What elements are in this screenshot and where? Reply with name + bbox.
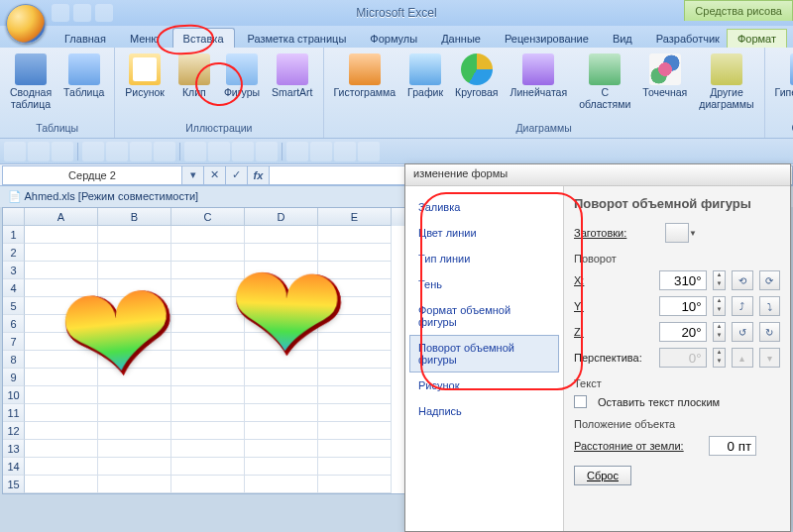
cell[interactable] xyxy=(245,297,318,315)
cell[interactable] xyxy=(98,226,171,244)
cell[interactable] xyxy=(318,333,392,351)
nav-shadow[interactable]: Тень xyxy=(409,271,559,297)
presets-dropdown[interactable] xyxy=(665,223,689,243)
table-button[interactable]: Таблица xyxy=(59,52,108,101)
cell[interactable] xyxy=(171,226,245,244)
y-spinner[interactable]: ▲▼ xyxy=(713,296,727,316)
cell[interactable] xyxy=(245,422,318,440)
col-header[interactable]: D xyxy=(245,208,318,226)
chart-line-button[interactable]: График xyxy=(403,52,447,101)
cell[interactable] xyxy=(318,262,392,279)
cell[interactable] xyxy=(98,351,171,369)
qat2-btn[interactable] xyxy=(334,142,356,161)
row-header[interactable]: 10 xyxy=(3,386,25,404)
cell[interactable] xyxy=(98,333,171,351)
cell[interactable] xyxy=(318,351,392,369)
qat2-btn[interactable] xyxy=(208,142,230,161)
tab-home[interactable]: Главная xyxy=(54,28,117,48)
cell[interactable] xyxy=(245,386,318,404)
nav-textbox[interactable]: Надпись xyxy=(409,398,559,424)
cell[interactable] xyxy=(245,476,318,493)
office-button[interactable] xyxy=(6,4,46,44)
qat2-btn[interactable] xyxy=(232,142,254,161)
qat2-btn[interactable] xyxy=(286,142,308,161)
qat2-btn[interactable] xyxy=(52,142,73,161)
qat2-btn[interactable] xyxy=(310,142,332,161)
cell[interactable] xyxy=(245,351,318,369)
cell[interactable] xyxy=(25,333,98,351)
cell[interactable] xyxy=(98,404,171,422)
row-header[interactable]: 9 xyxy=(3,369,25,386)
cell[interactable] xyxy=(98,315,171,333)
cell[interactable] xyxy=(98,386,171,404)
cell[interactable] xyxy=(25,369,98,386)
qat2-btn[interactable] xyxy=(130,142,152,161)
col-header[interactable]: E xyxy=(318,208,392,226)
cell[interactable] xyxy=(25,244,98,262)
name-box[interactable]: Сердце 2 xyxy=(2,165,182,185)
cell[interactable] xyxy=(318,369,392,386)
reset-button[interactable]: Сброс xyxy=(574,466,631,485)
cell[interactable] xyxy=(25,262,98,279)
qat2-btn[interactable] xyxy=(4,142,26,161)
cell[interactable] xyxy=(318,386,392,404)
nav-line-style[interactable]: Тип линии xyxy=(409,246,559,271)
cell[interactable] xyxy=(25,297,98,315)
cell[interactable] xyxy=(25,386,98,404)
cell[interactable] xyxy=(98,262,171,279)
cell[interactable] xyxy=(25,422,98,440)
cell[interactable] xyxy=(171,386,245,404)
x-input[interactable] xyxy=(659,270,707,290)
cell[interactable] xyxy=(318,422,392,440)
y-input[interactable] xyxy=(659,296,707,316)
cell[interactable] xyxy=(245,333,318,351)
cell[interactable] xyxy=(171,351,245,369)
col-header[interactable]: B xyxy=(98,208,171,226)
nav-line-color[interactable]: Цвет линии xyxy=(409,220,559,246)
chart-bar-button[interactable]: Линейчатая xyxy=(507,52,572,101)
keep-text-flat-checkbox[interactable] xyxy=(574,395,587,408)
qat-undo-icon[interactable] xyxy=(73,4,91,22)
qat2-btn[interactable] xyxy=(184,142,206,161)
cell[interactable] xyxy=(245,458,318,476)
cell[interactable] xyxy=(245,279,318,297)
tab-data[interactable]: Данные xyxy=(430,28,492,48)
cell[interactable] xyxy=(318,297,392,315)
cell[interactable] xyxy=(245,262,318,279)
qat-redo-icon[interactable] xyxy=(95,4,113,22)
qat2-btn[interactable] xyxy=(358,142,380,161)
cell[interactable] xyxy=(318,226,392,244)
row-header[interactable]: 14 xyxy=(3,458,25,476)
tab-developer[interactable]: Разработчик xyxy=(645,28,731,48)
chart-scatter-button[interactable]: Точечная xyxy=(638,52,691,101)
cell[interactable] xyxy=(171,244,245,262)
cell[interactable] xyxy=(245,369,318,386)
row-header[interactable]: 1 xyxy=(3,226,25,244)
picture-button[interactable]: Рисунок xyxy=(121,52,169,101)
nav-3d-format[interactable]: Формат объемной фигуры xyxy=(409,297,559,335)
shapes-button[interactable]: Фигуры xyxy=(220,52,264,101)
x-spinner[interactable]: ▲▼ xyxy=(713,270,727,290)
cell[interactable] xyxy=(318,458,392,476)
cell[interactable] xyxy=(171,315,245,333)
cell[interactable] xyxy=(171,422,245,440)
cell[interactable] xyxy=(25,476,98,493)
row-header[interactable]: 8 xyxy=(3,351,25,369)
cell[interactable] xyxy=(25,458,98,476)
cell[interactable] xyxy=(245,226,318,244)
row-header[interactable]: 3 xyxy=(3,262,25,279)
cell[interactable] xyxy=(171,440,245,458)
chart-other-button[interactable]: Другие диаграммы xyxy=(695,52,757,112)
row-header[interactable]: 4 xyxy=(3,279,25,297)
cell[interactable] xyxy=(171,369,245,386)
smartart-button[interactable]: SmartArt xyxy=(268,52,316,101)
cell[interactable] xyxy=(318,279,392,297)
row-header[interactable]: 15 xyxy=(3,476,25,493)
col-header[interactable]: C xyxy=(171,208,245,226)
cell[interactable] xyxy=(98,297,171,315)
fx-icon[interactable]: fx xyxy=(248,165,270,185)
tab-review[interactable]: Рецензирование xyxy=(494,28,600,48)
cell[interactable] xyxy=(245,440,318,458)
chart-column-button[interactable]: Гистограмма xyxy=(330,52,400,101)
cell[interactable] xyxy=(25,279,98,297)
